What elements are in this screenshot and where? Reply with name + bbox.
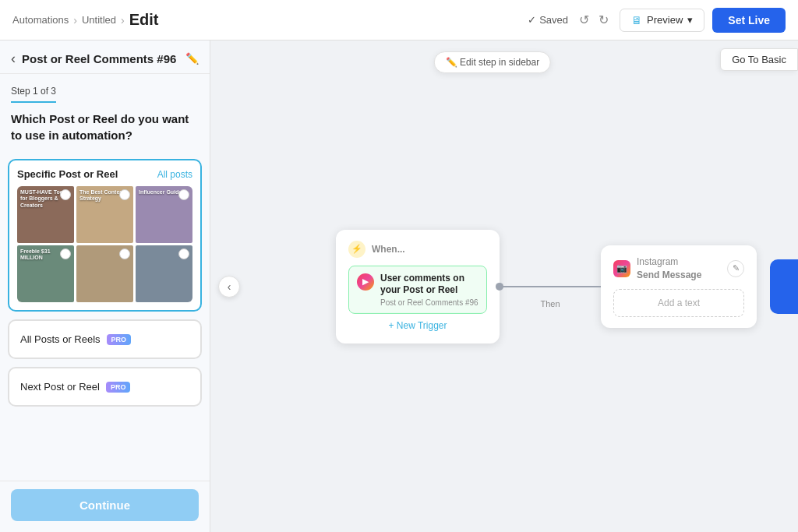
breadcrumb-sep-2: › xyxy=(121,14,125,26)
lightning-icon: ⚡ xyxy=(348,240,365,257)
step-info: Step 1 of 3 Which Post or Reel do you wa… xyxy=(0,74,210,159)
action-platform: Instagram xyxy=(637,256,701,267)
add-text-button[interactable]: Add a text xyxy=(613,289,744,317)
flow-container: ⚡ When... ▶ User comments on your Post o… xyxy=(336,229,757,343)
redo-button[interactable]: ↻ xyxy=(595,9,612,30)
action-name: Send Message xyxy=(637,270,701,280)
image-6-checkbox[interactable] xyxy=(178,248,189,259)
action-header: 📷 Instagram Send Message ✎ xyxy=(613,256,744,281)
then-label: Then xyxy=(540,299,560,308)
grid-image-6[interactable] xyxy=(136,245,192,302)
action-header-left: 📷 Instagram Send Message xyxy=(613,256,701,281)
action-title-group: Instagram Send Message xyxy=(637,256,701,281)
option-specific-post[interactable]: Specific Post or Reel All posts MUST-HAV… xyxy=(8,159,202,312)
option-card-header: Specific Post or Reel All posts xyxy=(17,168,192,180)
when-node: ⚡ When... ▶ User comments on your Post o… xyxy=(336,229,500,343)
monitor-icon: 🖥 xyxy=(631,14,642,26)
undo-redo-group: ↺ ↻ xyxy=(576,9,612,30)
undo-button[interactable]: ↺ xyxy=(576,9,592,30)
set-live-button[interactable]: Set Live xyxy=(712,8,786,33)
option-next-post[interactable]: Next Post or Reel PRO xyxy=(8,367,202,407)
action-node: 📷 Instagram Send Message ✎ Add a text xyxy=(601,245,757,328)
canvas-nav-left[interactable]: ‹ xyxy=(218,276,240,298)
option-all-posts-label: All Posts or Reels xyxy=(20,333,101,345)
breadcrumb-sep-1: › xyxy=(73,14,77,26)
option-card-title: Specific Post or Reel xyxy=(17,168,118,180)
trigger-text: User comments on your Post or Reel xyxy=(380,272,478,296)
option-next-post-label: Next Post or Reel xyxy=(20,381,100,393)
node-header-when: ⚡ When... xyxy=(348,240,487,257)
canvas-area: ✏️ Edit step in sidebar Go To Basic ‹ ⚡ … xyxy=(210,41,798,532)
breadcrumb: Automations › Untitled › Edit xyxy=(12,11,158,29)
header-right: ✓ Saved ↺ ↻ 🖥 Preview ▾ Set Live xyxy=(528,8,786,33)
step-question: Which Post or Reel do you want to use in… xyxy=(11,111,199,143)
trigger-content: User comments on your Post or Reel Post … xyxy=(380,272,478,306)
new-trigger-button[interactable]: + New Trigger xyxy=(348,314,487,333)
trigger-instagram-icon: ▶ xyxy=(357,273,374,290)
when-label: When... xyxy=(372,243,405,254)
sidebar: ‹ Post or Reel Comments #96 ✏️ Step 1 of… xyxy=(0,41,210,532)
sidebar-header: ‹ Post or Reel Comments #96 ✏️ xyxy=(0,41,210,74)
check-icon: ✓ xyxy=(528,14,536,26)
edit-step-tooltip: ✏️ Edit step in sidebar xyxy=(434,51,551,73)
tooltip-text: ✏️ Edit step in sidebar xyxy=(446,57,539,68)
chevron-down-icon: ▾ xyxy=(687,14,693,26)
back-button[interactable]: ‹ xyxy=(11,51,16,65)
continue-button[interactable]: Continue xyxy=(11,489,199,521)
trigger-item[interactable]: ▶ User comments on your Post or Reel Pos… xyxy=(348,265,487,313)
grid-image-3[interactable]: Influencer Guide xyxy=(136,186,192,243)
edit-pencil-icon[interactable]: ✏️ xyxy=(185,52,199,65)
grid-image-5[interactable] xyxy=(76,245,133,302)
sidebar-footer: Continue xyxy=(0,481,210,532)
trigger-sub: Post or Reel Comments #96 xyxy=(380,298,478,307)
header: Automations › Untitled › Edit ✓ Saved ↺ … xyxy=(0,0,798,41)
expand-button[interactable] xyxy=(770,259,798,314)
image-3-checkbox[interactable] xyxy=(178,189,189,200)
breadcrumb-edit: Edit xyxy=(129,11,159,29)
image-2-checkbox[interactable] xyxy=(119,189,130,200)
sidebar-title: Post or Reel Comments #96 xyxy=(22,52,179,65)
instagram-icon: 📷 xyxy=(613,260,630,277)
grid-image-4[interactable]: Freebie $31 MILLION xyxy=(17,245,74,302)
grid-image-1[interactable]: MUST-HAVE Tools for Bloggers & Creators xyxy=(17,186,74,243)
connector: Then xyxy=(500,263,601,310)
action-edit-button[interactable]: ✎ xyxy=(727,260,744,277)
grid-image-2[interactable]: The Best Content Strategy xyxy=(76,186,133,243)
next-post-pro-badge: PRO xyxy=(106,382,131,393)
all-posts-pro-badge: PRO xyxy=(107,334,132,345)
breadcrumb-untitled[interactable]: Untitled xyxy=(82,14,116,26)
goto-basic-button[interactable]: Go To Basic xyxy=(720,48,798,71)
image-1-checkbox[interactable] xyxy=(60,189,71,200)
saved-status: ✓ Saved xyxy=(528,14,568,26)
breadcrumb-automations[interactable]: Automations xyxy=(12,14,69,26)
step-label: Step 1 of 3 xyxy=(11,86,56,103)
option-all-posts[interactable]: All Posts or Reels PRO xyxy=(8,319,202,359)
main-layout: ‹ Post or Reel Comments #96 ✏️ Step 1 of… xyxy=(0,41,798,532)
image-grid: MUST-HAVE Tools for Bloggers & Creators … xyxy=(17,186,192,302)
image-5-checkbox[interactable] xyxy=(119,248,130,259)
preview-button[interactable]: 🖥 Preview ▾ xyxy=(620,9,704,32)
svg-point-0 xyxy=(496,283,503,291)
image-4-checkbox[interactable] xyxy=(60,248,71,259)
all-posts-link[interactable]: All posts xyxy=(157,169,192,180)
